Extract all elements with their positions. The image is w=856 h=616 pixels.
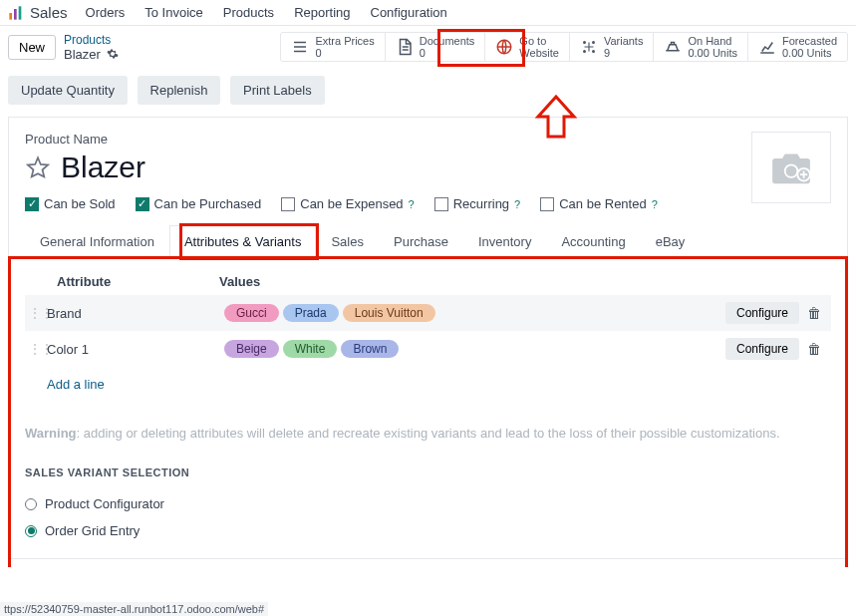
annotation-arrow-icon <box>534 95 578 141</box>
checkbox-can-be-sold[interactable]: ✓Can be Sold <box>25 196 116 211</box>
attribute-row: ⋮⋮ Brand GucciPradaLouis Vuitton Configu… <box>25 295 831 331</box>
svg-point-6 <box>583 50 586 53</box>
replenish-button[interactable]: Replenish <box>138 76 221 105</box>
checkbox-recurring[interactable]: Recurring ? <box>434 196 520 211</box>
stat-on-hand[interactable]: On Hand0.00 Units <box>653 33 747 61</box>
stat-go-to-website[interactable]: Go toWebsite <box>484 33 569 61</box>
stat-boxes: Extra Prices0 Documents0 Go toWebsite Va… <box>280 32 848 62</box>
document-icon <box>396 38 414 56</box>
tag-white[interactable]: White <box>283 340 338 358</box>
product-name-label: Product Name <box>25 132 831 147</box>
attribute-values[interactable]: BeigeWhiteBrown <box>224 340 725 358</box>
tabs: General InformationAttributes & Variants… <box>25 225 831 258</box>
help-icon[interactable]: ? <box>514 198 520 210</box>
nav-orders[interactable]: Orders <box>86 5 126 20</box>
app-logo-icon <box>8 5 24 21</box>
forecast-icon <box>758 38 776 56</box>
nav-products[interactable]: Products <box>223 5 274 20</box>
add-line-link[interactable]: Add a line <box>25 367 831 402</box>
svg-point-4 <box>583 41 586 44</box>
attributes-panel: Attribute Values ⋮⋮ Brand GucciPradaLoui… <box>25 258 831 544</box>
update-quantity-button[interactable]: Update Quantity <box>8 76 128 105</box>
onhand-icon <box>664 38 682 56</box>
tab-attributes-variants[interactable]: Attributes & Variants <box>169 225 317 258</box>
sales-variant-selection-head: SALES VARIANT SELECTION <box>25 466 831 478</box>
checkbox-icon <box>540 197 554 211</box>
checkbox-icon: ✓ <box>136 197 149 211</box>
checkbox-icon: ✓ <box>25 197 39 211</box>
checkbox-row: ✓Can be Sold✓Can be PurchasedCan be Expe… <box>25 196 831 211</box>
attribute-values[interactable]: GucciPradaLouis Vuitton <box>224 304 725 322</box>
new-button[interactable]: New <box>8 35 56 60</box>
nav-to-invoice[interactable]: To Invoice <box>144 5 203 20</box>
tag-gucci[interactable]: Gucci <box>224 304 279 322</box>
stat-documents[interactable]: Documents0 <box>385 33 485 61</box>
attribute-name[interactable]: Brand <box>47 306 224 321</box>
tag-prada[interactable]: Prada <box>283 304 339 322</box>
tab-inventory[interactable]: Inventory <box>463 225 546 257</box>
form-sheet: Product Name Blazer ✓Can be Sold✓Can be … <box>8 117 848 559</box>
svg-rect-1 <box>14 9 17 20</box>
action-bar: Update Quantity Replenish Print Labels <box>0 68 856 117</box>
trash-icon[interactable]: 🗑 <box>807 341 827 357</box>
app-title: Sales <box>30 4 68 21</box>
checkbox-icon <box>434 197 448 211</box>
radio-order-grid-entry[interactable]: Order Grid Entry <box>25 517 831 544</box>
tab-purchase[interactable]: Purchase <box>379 225 463 257</box>
drag-handle-icon[interactable]: ⋮⋮ <box>29 306 47 320</box>
tab-accounting[interactable]: Accounting <box>546 225 640 257</box>
tag-louis-vuitton[interactable]: Louis Vuitton <box>343 304 435 322</box>
configure-button[interactable]: Configure <box>725 302 799 324</box>
radio-product-configurator[interactable]: Product Configurator <box>25 490 831 517</box>
tag-brown[interactable]: Brown <box>341 340 399 358</box>
star-icon[interactable] <box>25 154 51 180</box>
radio-icon <box>25 525 37 537</box>
col-values: Values <box>219 274 821 289</box>
control-row: New Products Blazer Extra Prices0 Docume… <box>0 26 856 68</box>
stat-variants[interactable]: Variants9 <box>569 33 654 61</box>
checkbox-icon <box>281 197 295 211</box>
camera-plus-icon <box>769 150 813 185</box>
tab-sales[interactable]: Sales <box>316 225 379 257</box>
attribute-row: ⋮⋮ Color 1 BeigeWhiteBrown Configure 🗑 <box>25 331 831 367</box>
help-icon[interactable]: ? <box>409 198 415 210</box>
svg-point-7 <box>592 50 595 53</box>
breadcrumb-current: Blazer <box>64 47 101 62</box>
svg-rect-2 <box>19 6 22 19</box>
checkbox-can-be-purchased[interactable]: ✓Can be Purchased <box>136 196 262 211</box>
breadcrumb-parent[interactable]: Products <box>64 33 119 47</box>
svg-rect-0 <box>9 13 12 20</box>
product-name[interactable]: Blazer <box>61 151 145 184</box>
product-image-box[interactable] <box>751 132 831 203</box>
attribute-name[interactable]: Color 1 <box>47 342 224 357</box>
tab-ebay[interactable]: eBay <box>641 225 701 257</box>
drag-handle-icon[interactable]: ⋮⋮ <box>29 342 47 356</box>
trash-icon[interactable]: 🗑 <box>807 305 827 321</box>
tab-general-information[interactable]: General Information <box>25 225 169 257</box>
nav-configuration[interactable]: Configuration <box>371 5 447 20</box>
tag-beige[interactable]: Beige <box>224 340 279 358</box>
list-icon <box>291 38 309 56</box>
nav-reporting[interactable]: Reporting <box>294 5 350 20</box>
help-icon[interactable]: ? <box>652 198 658 210</box>
checkbox-can-be-expensed[interactable]: Can be Expensed ? <box>281 196 414 211</box>
top-nav: Sales Orders To Invoice Products Reporti… <box>0 0 856 26</box>
checkbox-can-be-rented[interactable]: Can be Rented ? <box>540 196 658 211</box>
globe-icon <box>495 38 513 56</box>
breadcrumb: Products Blazer <box>64 33 119 62</box>
warning-text: Warning: adding or deleting attributes w… <box>25 402 831 466</box>
svg-point-9 <box>786 165 797 176</box>
stat-extra-prices[interactable]: Extra Prices0 <box>281 33 384 61</box>
svg-point-5 <box>592 41 595 44</box>
col-attribute: Attribute <box>35 274 219 289</box>
radio-icon <box>25 498 37 510</box>
gear-icon[interactable] <box>107 48 119 60</box>
variants-icon <box>580 38 598 56</box>
print-labels-button[interactable]: Print Labels <box>230 76 325 105</box>
stat-forecasted[interactable]: Forecasted0.00 Units <box>747 33 847 61</box>
configure-button[interactable]: Configure <box>725 338 799 360</box>
